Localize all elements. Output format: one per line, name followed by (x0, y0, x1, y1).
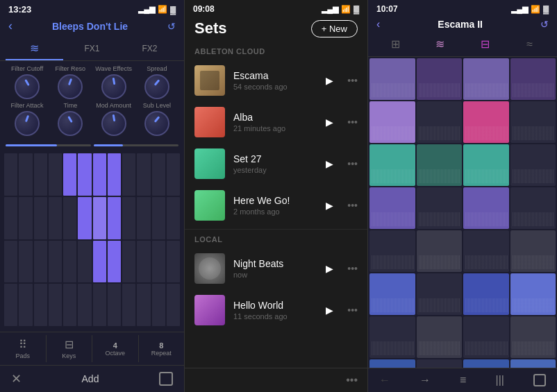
clip-cell[interactable] (417, 273, 463, 315)
knob-filter-attack[interactable]: Filter Attack (8, 102, 47, 136)
set-item-escama[interactable]: Escama 54 seconds ago ▶ ••• (185, 60, 367, 101)
clip-cell[interactable] (417, 359, 463, 368)
play-button[interactable]: ▶ (326, 305, 333, 316)
clip-cell[interactable] (369, 187, 415, 229)
seq-cell[interactable] (167, 284, 180, 326)
knob-dial[interactable] (15, 74, 40, 99)
knob-spread[interactable]: Spread (138, 65, 176, 99)
new-set-button[interactable]: + New (311, 20, 358, 37)
seq-cell[interactable] (167, 153, 180, 196)
seq-cell[interactable] (49, 153, 62, 196)
seq-cell[interactable] (19, 197, 32, 239)
more-button[interactable]: ••• (347, 305, 358, 316)
knob-filter-reso[interactable]: Filter Reso (51, 65, 90, 99)
stop-button[interactable] (159, 372, 173, 386)
clip-cell[interactable] (417, 187, 463, 229)
seq-cell[interactable] (4, 241, 17, 283)
seq-cell[interactable] (78, 197, 91, 239)
set-item-alba[interactable]: Alba 21 minutes ago ▶ ••• (185, 101, 367, 143)
seq-slider-1[interactable] (6, 144, 91, 146)
clip-cell[interactable] (510, 58, 556, 100)
clips-forward-nav[interactable]: → (419, 374, 431, 386)
clip-cell[interactable] (510, 144, 556, 186)
pads-section[interactable]: ⠿ Pads (0, 335, 47, 362)
knob-dial[interactable] (144, 111, 169, 136)
knob-time[interactable]: Time (51, 102, 90, 136)
clip-cell[interactable] (463, 58, 509, 100)
octave-section[interactable]: 4 Octave (92, 335, 139, 362)
seq-cell[interactable] (49, 284, 62, 326)
clip-cell[interactable] (463, 101, 509, 143)
knob-dial[interactable] (58, 74, 83, 99)
seq-cell[interactable] (4, 284, 17, 326)
seq-slider-2[interactable] (94, 144, 179, 146)
clips-list-btn[interactable]: ≡ (460, 374, 466, 386)
seq-cell[interactable] (167, 197, 180, 239)
seq-cell[interactable] (34, 241, 47, 283)
seq-cell[interactable] (63, 153, 76, 196)
seq-cell[interactable] (19, 241, 32, 283)
clip-cell[interactable] (463, 273, 509, 315)
synth-back-button[interactable]: ‹ (8, 19, 13, 33)
seq-cell[interactable] (152, 197, 165, 239)
repeat-section[interactable]: 8 Repeat (139, 335, 185, 362)
clip-cell[interactable] (510, 359, 556, 368)
clip-cell[interactable] (369, 273, 415, 315)
clip-cell[interactable] (369, 144, 415, 186)
seq-cell[interactable] (108, 284, 121, 326)
clip-cell[interactable] (510, 187, 556, 229)
seq-cell[interactable] (122, 241, 135, 283)
seq-cell[interactable] (49, 197, 62, 239)
clips-back-button[interactable]: ‹ (376, 18, 380, 31)
synth-sync-icon[interactable]: ↺ (167, 21, 176, 32)
clip-cell[interactable] (369, 316, 415, 358)
tab-synth-main[interactable]: ≋ (6, 37, 63, 60)
seq-cell[interactable] (4, 197, 17, 239)
seq-cell[interactable] (63, 284, 76, 326)
clip-cell[interactable] (369, 101, 415, 143)
more-button[interactable]: ••• (347, 200, 358, 211)
play-button[interactable]: ▶ (326, 200, 333, 211)
clip-cell[interactable] (463, 187, 509, 229)
seq-cell[interactable] (152, 241, 165, 283)
clips-back-nav[interactable]: ← (379, 374, 390, 386)
seq-cell[interactable] (63, 197, 76, 239)
play-button[interactable]: ▶ (326, 75, 333, 86)
knob-mod-amount[interactable]: Mod Amount (94, 102, 133, 136)
seq-cell[interactable] (34, 153, 47, 196)
seq-cell[interactable] (34, 197, 47, 239)
seq-cell[interactable] (34, 284, 47, 326)
clip-cell[interactable] (369, 58, 415, 100)
seq-cell[interactable] (108, 197, 121, 239)
clips-sync-icon[interactable]: ↺ (540, 19, 549, 30)
seq-cell[interactable] (93, 284, 106, 326)
clip-cell[interactable] (417, 316, 463, 358)
seq-cell[interactable] (122, 284, 135, 326)
set-item-nightbeats[interactable]: Night Beats now ▶ ••• (185, 248, 367, 289)
seq-cell[interactable] (152, 284, 165, 326)
clip-cell[interactable] (463, 316, 509, 358)
sets-menu-icon[interactable]: ••• (346, 374, 358, 386)
set-item-herewego[interactable]: Here We Go! 2 months ago ▶ ••• (185, 185, 367, 226)
tab-fx2[interactable]: FX2 (121, 40, 178, 59)
clips-bars-btn[interactable]: ||| (495, 374, 504, 386)
clip-cell[interactable] (369, 230, 415, 272)
clip-cell[interactable] (417, 144, 463, 186)
tab-fx1[interactable]: FX1 (63, 40, 121, 59)
seq-cell[interactable] (78, 153, 91, 196)
seq-cell[interactable] (19, 284, 32, 326)
seq-cell[interactable] (93, 197, 106, 239)
seq-cell[interactable] (49, 241, 62, 283)
clip-cell[interactable] (510, 273, 556, 315)
seq-cell[interactable] (122, 197, 135, 239)
seq-cell[interactable] (152, 153, 165, 196)
clip-cell[interactable] (369, 359, 415, 368)
seq-cell[interactable] (137, 197, 150, 239)
clip-cell[interactable] (510, 316, 556, 358)
seq-cell[interactable] (4, 153, 17, 196)
play-button[interactable]: ▶ (326, 263, 333, 274)
tab-clips-wave[interactable]: ≋ (419, 35, 463, 53)
knob-dial[interactable] (144, 74, 169, 99)
seq-cell[interactable] (137, 153, 150, 196)
play-button[interactable]: ▶ (326, 117, 333, 128)
